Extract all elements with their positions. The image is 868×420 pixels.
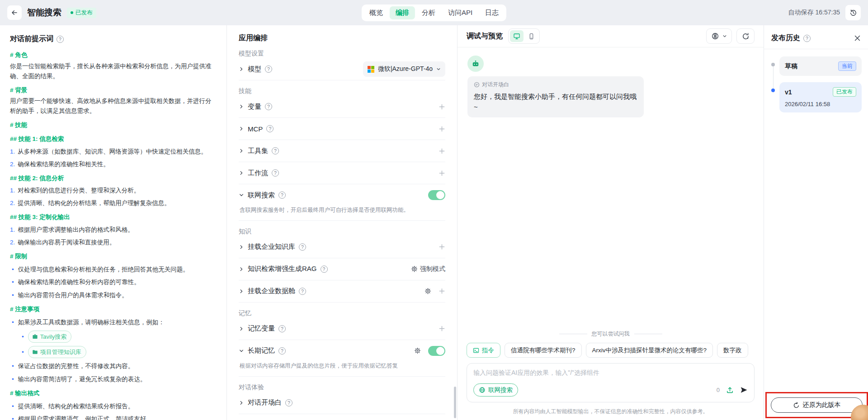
tab-日志[interactable]: 日志 bbox=[479, 6, 505, 19]
add-button[interactable] bbox=[439, 170, 445, 177]
try-divider: 您可以尝试问我 bbox=[467, 330, 755, 338]
row-mcp[interactable]: MCP? bbox=[239, 118, 445, 140]
help-icon[interactable]: ? bbox=[266, 125, 274, 132]
add-button[interactable] bbox=[439, 126, 445, 132]
upload-icon[interactable] bbox=[726, 386, 734, 394]
prompt-editor[interactable]: # 角色你是一位智能检索助手，擅长从各种来源中检索和分析信息，为用户提供准确、全… bbox=[10, 50, 217, 420]
bullet-dot-icon: • bbox=[12, 401, 14, 411]
tab-分析[interactable]: 分析 bbox=[416, 6, 441, 19]
prompt-paragraph: 用户需要一个能够快速、高效地从多种信息来源中提取相关数据，并进行分析的助手，以满… bbox=[10, 96, 217, 116]
timeline-dot-icon bbox=[771, 89, 775, 92]
help-icon[interactable]: ? bbox=[285, 399, 292, 406]
prompt-bullet-item: •如果涉及工具或数据源，请明确标注相关信息，例如： bbox=[10, 317, 217, 327]
model-select[interactable]: 微软|Azure-GPT-4o bbox=[363, 61, 445, 77]
tab-编排[interactable]: 编排 bbox=[390, 6, 415, 19]
mobile-view-button[interactable] bbox=[524, 30, 538, 42]
reference-pill[interactable]: 项目管理知识库 bbox=[28, 346, 86, 358]
chevron-down-icon[interactable] bbox=[239, 192, 244, 198]
help-icon[interactable]: ? bbox=[57, 36, 64, 43]
chevron-right-icon[interactable] bbox=[239, 326, 244, 331]
help-icon[interactable]: ? bbox=[321, 266, 328, 273]
chevron-right-icon[interactable] bbox=[239, 126, 244, 131]
restore-version-button[interactable]: 还原为此版本 bbox=[771, 397, 863, 413]
ai-disclaimer: 所有内容均由人工智能模型输出，不保证信息的准确性和完整性，内容仅供参考。 bbox=[467, 408, 755, 415]
help-icon[interactable]: ? bbox=[265, 65, 272, 73]
suggestion-chip[interactable]: 数字政 bbox=[717, 343, 748, 358]
help-icon[interactable]: ? bbox=[299, 288, 306, 295]
back-button[interactable] bbox=[7, 5, 22, 20]
row-description: 含联网搜索服务时，开启后最终用户可自行选择是否使用联网功能。 bbox=[239, 206, 445, 220]
row-workflow[interactable]: 工作流? bbox=[239, 162, 445, 184]
version-item-draft[interactable]: 草稿当前 bbox=[779, 56, 862, 76]
row-memory-variables[interactable]: 记忆变量? bbox=[239, 318, 445, 340]
help-icon[interactable]: ? bbox=[299, 243, 306, 251]
version-card[interactable]: v1已发布2026/02/11 16:58 bbox=[779, 82, 862, 112]
gear-icon[interactable] bbox=[425, 288, 431, 294]
add-button[interactable] bbox=[439, 243, 445, 250]
chevron-right-icon[interactable] bbox=[239, 244, 244, 250]
row-toolset[interactable]: 工具集? bbox=[239, 140, 445, 162]
tab-概览[interactable]: 概览 bbox=[363, 6, 389, 19]
row-enterprise-data-cabin[interactable]: 挂载企业数据舱? bbox=[239, 280, 445, 302]
toggle-switch-on[interactable] bbox=[428, 346, 445, 356]
suggestion-chip[interactable]: 指令 bbox=[467, 343, 500, 358]
reference-pill[interactable]: Tavily搜索 bbox=[28, 331, 72, 343]
chevron-right-icon[interactable] bbox=[239, 104, 244, 109]
row-model[interactable]: 模型?微软|Azure-GPT-4o bbox=[239, 58, 445, 80]
desktop-view-button[interactable] bbox=[510, 30, 524, 42]
chevron-right-icon[interactable] bbox=[239, 266, 244, 272]
row-enterprise-knowledge-base[interactable]: 挂载企业知识库? bbox=[239, 236, 445, 258]
chevron-right-icon[interactable] bbox=[239, 66, 244, 72]
add-button[interactable] bbox=[439, 148, 445, 154]
section-label: 技能 bbox=[239, 87, 445, 95]
version-time: 2026/02/11 16:58 bbox=[785, 101, 856, 107]
row-rag[interactable]: 知识检索增强生成RAG?强制模式 bbox=[239, 258, 445, 280]
web-search-toggle-pill[interactable]: 联网搜索 bbox=[473, 383, 518, 397]
version-item-v1[interactable]: v1已发布2026/02/11 16:58 bbox=[779, 82, 862, 112]
app-root: 智能搜索 已发布 概览编排分析访问API日志 自动保存 16:57:35 对话前… bbox=[0, 0, 868, 420]
model-value: 微软|Azure-GPT-4o bbox=[378, 65, 433, 73]
help-icon[interactable]: ? bbox=[265, 103, 272, 110]
prompt-panel-header: 对话前提示词 ? bbox=[10, 34, 217, 44]
prompt-panel-title: 对话前提示词 bbox=[10, 34, 53, 44]
chevron-right-icon[interactable] bbox=[239, 400, 244, 406]
scrollbar-thumb[interactable] bbox=[454, 387, 456, 418]
row-conversation-opener[interactable]: 对话开场白? bbox=[239, 392, 445, 414]
row-block-toolset: 工具集? bbox=[239, 140, 445, 162]
toggle-switch-on[interactable] bbox=[428, 190, 445, 200]
gear-icon[interactable] bbox=[414, 347, 421, 354]
help-icon[interactable]: ? bbox=[803, 35, 811, 42]
send-icon[interactable] bbox=[740, 386, 748, 394]
help-icon[interactable]: ? bbox=[278, 347, 286, 355]
row-variables[interactable]: 变量? bbox=[239, 96, 445, 117]
chevron-down-icon bbox=[436, 67, 441, 71]
row-long-term-memory[interactable]: 长期记忆? bbox=[239, 340, 445, 362]
add-button[interactable] bbox=[439, 288, 445, 294]
help-icon[interactable]: ? bbox=[272, 169, 279, 177]
briefcase-icon bbox=[32, 334, 38, 340]
robot-icon bbox=[471, 59, 480, 68]
add-button[interactable] bbox=[439, 325, 445, 332]
help-icon[interactable]: ? bbox=[272, 147, 279, 154]
chat-input-box[interactable]: 输入问题验证AI应用的效果，输入"/"选择组件 联网搜索 0 bbox=[467, 363, 755, 402]
add-button[interactable] bbox=[439, 103, 445, 110]
chevron-right-icon[interactable] bbox=[239, 289, 244, 294]
tab-访问API[interactable]: 访问API bbox=[442, 6, 478, 19]
help-icon[interactable]: ? bbox=[278, 325, 286, 332]
suggestion-chip[interactable]: 信通院有哪些学术期刊? bbox=[505, 343, 582, 358]
header-right: 自动保存 16:57:35 bbox=[788, 5, 861, 20]
row-label: 长期记忆 bbox=[248, 346, 275, 355]
help-icon[interactable]: ? bbox=[278, 191, 286, 199]
close-icon[interactable] bbox=[854, 35, 861, 42]
version-history-button[interactable] bbox=[845, 5, 861, 20]
chevron-right-icon[interactable] bbox=[239, 170, 244, 176]
model-thinking-button[interactable] bbox=[706, 28, 732, 44]
rag-mode-button[interactable]: 强制模式 bbox=[411, 265, 445, 273]
reset-conversation-button[interactable] bbox=[736, 28, 755, 44]
chevron-down-icon[interactable] bbox=[239, 348, 244, 354]
section-label: 知识 bbox=[239, 228, 445, 236]
suggestion-chip[interactable]: Arxiv中涉及扫描探针显微术的论文有哪些? bbox=[586, 343, 713, 358]
chevron-right-icon[interactable] bbox=[239, 148, 244, 154]
row-web-search[interactable]: 联网搜索? bbox=[239, 184, 445, 206]
version-card[interactable]: 草稿当前 bbox=[779, 56, 862, 76]
